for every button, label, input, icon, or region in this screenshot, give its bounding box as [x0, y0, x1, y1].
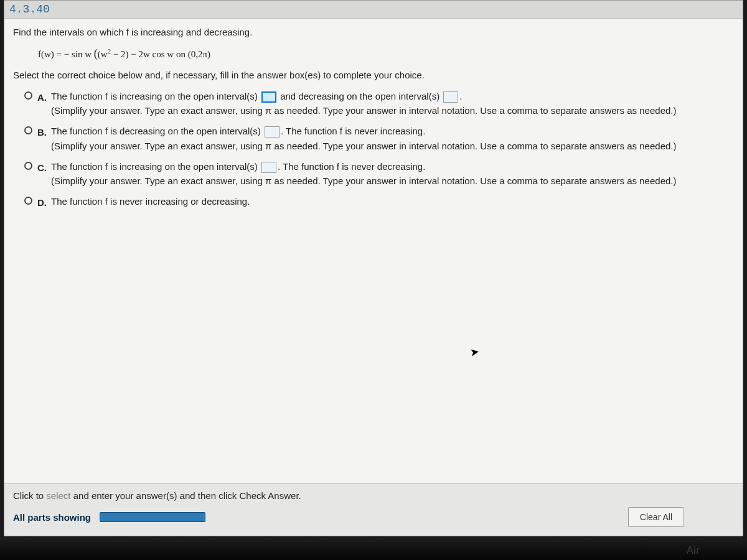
question-number: 4.3.40 — [9, 3, 50, 16]
option-d[interactable]: D. The function f is never increasing or… — [24, 194, 734, 210]
footer: Click to select and enter your answer(s)… — [4, 483, 743, 536]
device-bezel — [0, 540, 747, 560]
options-group: A. The function f is increasing on the o… — [24, 89, 734, 211]
option-d-body: The function f is never increasing or de… — [51, 194, 734, 208]
option-a-input-2[interactable] — [443, 91, 458, 103]
option-a-label: A. — [37, 90, 51, 105]
question-content: Find the intervals on which f is increas… — [4, 19, 743, 223]
question-number-header: 4.3.40 — [4, 1, 743, 19]
option-c-label: C. — [37, 161, 51, 175]
option-d-label: D. — [37, 195, 51, 210]
option-a-simplify: (Simplify your answer. Type an exact ans… — [51, 105, 677, 116]
option-c-simplify: (Simplify your answer. Type an exact ans… — [51, 175, 677, 186]
footer-row: All parts showing Clear All — [13, 507, 734, 527]
option-c-body: The function f is increasing on the open… — [51, 159, 734, 189]
device-label: Air — [687, 545, 700, 556]
radio-d[interactable] — [24, 197, 32, 205]
option-b-body: The function f is decreasing on the open… — [51, 124, 734, 153]
clear-all-button[interactable]: Clear All — [628, 507, 684, 527]
option-a[interactable]: A. The function f is increasing on the o… — [24, 89, 734, 118]
option-b-simplify: (Simplify your answer. Type an exact ans… — [51, 141, 677, 151]
radio-c[interactable] — [24, 162, 32, 170]
question-prompt: Find the intervals on which f is increas… — [13, 25, 734, 40]
instruction: Select the correct choice below and, if … — [13, 68, 734, 83]
option-b-label: B. — [37, 125, 51, 140]
all-parts-label: All parts showing — [13, 512, 91, 523]
option-b-input-1[interactable] — [265, 126, 280, 138]
option-c[interactable]: C. The function f is increasing on the o… — [24, 159, 734, 189]
option-c-input-1[interactable] — [261, 162, 276, 173]
footer-hint: Click to select and enter your answer(s)… — [13, 490, 734, 501]
option-a-body: The function f is increasing on the open… — [51, 89, 734, 118]
option-b[interactable]: B. The function f is decreasing on the o… — [24, 124, 734, 153]
equation: f(w) = − sin w ((w2 − 2) − 2w cos w on (… — [38, 45, 734, 63]
progress-bar — [100, 512, 205, 522]
radio-a[interactable] — [24, 91, 32, 100]
radio-b[interactable] — [24, 126, 32, 134]
option-a-input-1[interactable] — [261, 91, 276, 103]
